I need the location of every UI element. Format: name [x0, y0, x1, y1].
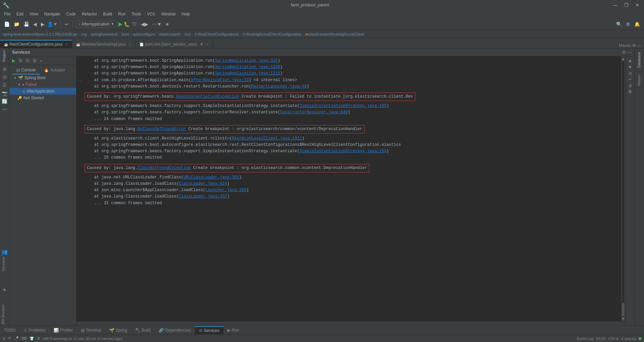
- link-restartlauncher[interactable]: RestartLauncher.java:49: [251, 84, 307, 89]
- breadcrumb-org[interactable]: org: [81, 32, 87, 36]
- breadcrumb-jar[interactable]: spring-boot-autoconfigure-2.2.1.RELEASE.…: [3, 32, 77, 36]
- terminal-tab[interactable]: ▤ Terminal: [77, 327, 105, 334]
- link-simpleinst-185[interactable]: SimpleInstantiationStrategy.java:185: [300, 104, 386, 108]
- link-constructorresolver[interactable]: ConstructorResolver.java:640: [280, 110, 348, 115]
- link-resthighlevel-1911[interactable]: RestHighLevelClient.java:1911: [232, 136, 302, 141]
- tab-memberservice-close[interactable]: ✕: [128, 43, 131, 46]
- search-everywhere-button[interactable]: 🔍: [615, 21, 623, 27]
- menu-run[interactable]: Run: [115, 11, 128, 17]
- tab-pomxml[interactable]: 📄 pom.xml (farm_service_user) ▼ ✕: [136, 41, 213, 48]
- scroll-thumb[interactable]: [622, 303, 624, 316]
- breadcrumb-method[interactable]: elasticsearchRestHighLevelClient: [309, 32, 364, 36]
- link-springapp-1215[interactable]: SpringApplication.java:1215: [215, 71, 280, 76]
- expand-btn-1[interactable]: ▸: [79, 77, 85, 83]
- console-vertical-scrollbar[interactable]: ▲ ▼: [621, 56, 625, 321]
- services-grid-button[interactable]: ⊞: [32, 57, 38, 64]
- tab-restclient-close[interactable]: ✕: [65, 43, 68, 46]
- jpa-structure-button[interactable]: JPA Structure: [0, 304, 9, 325]
- link-classloader-357[interactable]: ClassLoader.java:357: [179, 194, 227, 199]
- line-col-indicator[interactable]: 83:29: [596, 337, 605, 341]
- todo-left-button[interactable]: ☰: [0, 81, 9, 89]
- breadcrumb-resthighlevel-config[interactable]: RestHighLevelClientConfiguration: [246, 32, 302, 36]
- breadcrumb-elasticsearch[interactable]: elasticsearch: [159, 32, 180, 36]
- menu-edit[interactable]: Edit: [14, 11, 26, 17]
- tab-pom-dropdown[interactable]: ▼: [200, 42, 204, 46]
- menu-code[interactable]: Code: [63, 11, 78, 17]
- build-tab[interactable]: 🔨 Build: [131, 327, 155, 334]
- user-icon[interactable]: 👤▼: [47, 21, 58, 27]
- save-all-button[interactable]: 💾: [22, 21, 31, 27]
- scope-button[interactable]: ⦿: [0, 73, 9, 81]
- notifications-button[interactable]: 🔔: [633, 21, 641, 27]
- tab-minimize-icon[interactable]: —: [637, 43, 641, 48]
- console-wrap-button[interactable]: ↵: [629, 77, 632, 82]
- scroll-down-button[interactable]: ▼: [622, 317, 625, 321]
- back-button[interactable]: ◀: [32, 21, 38, 27]
- tree-item-afterapplication[interactable]: ● AfterApplication: [9, 88, 76, 95]
- run-button[interactable]: ▶: [118, 21, 122, 27]
- spring-tab[interactable]: 🌱 Spring: [105, 327, 131, 334]
- link-launcher-338[interactable]: Launcher.java:338: [205, 188, 246, 192]
- console-down-button[interactable]: ▼: [628, 64, 633, 70]
- database-panel-button[interactable]: Database: [635, 48, 644, 71]
- console-filter-button[interactable]: ⊟: [629, 71, 632, 76]
- console-clear-button[interactable]: 🗑: [628, 89, 632, 94]
- menu-view[interactable]: View: [27, 11, 41, 17]
- indent-indicator[interactable]: 4 spaces: [621, 337, 636, 341]
- tab-restclientconfigurations[interactable]: ☕ RestClientConfigurations.java ✕: [0, 40, 72, 48]
- minimize-button[interactable]: —: [611, 2, 620, 8]
- open-button[interactable]: 📁: [12, 21, 21, 27]
- coverage-button[interactable]: 🛡: [131, 21, 138, 27]
- debug-button[interactable]: 🐛: [124, 21, 129, 27]
- tab-pom-close[interactable]: ✕: [206, 43, 209, 46]
- new-file-button[interactable]: 📄: [3, 21, 11, 27]
- menu-tools[interactable]: Tools: [129, 11, 144, 17]
- breadcrumb-springframework[interactable]: springframework: [91, 32, 118, 36]
- menu-refactor[interactable]: Refactor: [79, 11, 100, 17]
- run-tab[interactable]: ▶ Run: [223, 327, 243, 334]
- actuator-tab[interactable]: 🔥 Actuator: [40, 66, 69, 74]
- services-ungroup-button[interactable]: ⊟: [24, 57, 31, 64]
- profile-button[interactable]: ◀▶: [140, 21, 150, 27]
- menu-help[interactable]: Help: [179, 11, 193, 17]
- maven-label[interactable]: Maven: [619, 43, 631, 48]
- link-springapp-1226[interactable]: SpringApplication.java:1226: [215, 65, 280, 69]
- menu-file[interactable]: File: [1, 11, 13, 17]
- services-regroup-button[interactable]: ⊞: [17, 57, 24, 64]
- services-bottom-tab[interactable]: ⚙ Services: [195, 326, 223, 334]
- scroll-up-button[interactable]: ▲: [622, 57, 625, 61]
- revert-button[interactable]: ↩: [63, 21, 70, 27]
- structure-tab-button[interactable]: ⊞: [0, 65, 9, 73]
- problems-tab[interactable]: ⚠ Problems: [19, 327, 50, 334]
- run-config-dropdown-arrow[interactable]: ▼: [111, 22, 114, 26]
- signout-button[interactable]: ↩: [0, 105, 9, 113]
- tree-item-failed[interactable]: ▼ ● Failed: [9, 81, 76, 88]
- encoding-indicator[interactable]: UTF-8: [608, 337, 619, 341]
- services-run-button[interactable]: ▶: [11, 57, 17, 64]
- people-button[interactable]: 👥: [0, 248, 9, 256]
- breadcrumb-boot[interactable]: boot: [122, 32, 129, 36]
- structure-side-button[interactable]: Structure: [0, 256, 9, 272]
- breadcrumb-restclientconfigs[interactable]: RestClientConfigurations: [198, 32, 239, 36]
- services-minimize-icon[interactable]: —: [628, 50, 632, 55]
- favorites-button[interactable]: ★: [0, 286, 9, 294]
- services-gear-icon[interactable]: ⚙: [622, 50, 626, 55]
- link-urlclassloader[interactable]: URLClassLoader.java:381: [183, 175, 239, 180]
- maximize-button[interactable]: ❐: [622, 2, 631, 8]
- tree-item-notstarted[interactable]: 🔑 Not Started: [9, 95, 76, 101]
- link-simpleinst-154[interactable]: SimpleInstantiationStrategy.java:154: [300, 149, 386, 154]
- menu-build[interactable]: Build: [100, 11, 115, 17]
- more-run-button[interactable]: ⋯▼: [151, 21, 163, 27]
- breadcrumb-autoconfigure[interactable]: autoconfigure: [133, 32, 155, 36]
- breadcrumb-rest[interactable]: rest: [184, 32, 191, 36]
- profiler-tab[interactable]: 📊 Profiler: [50, 327, 77, 334]
- link-classloader-424[interactable]: ClassLoader.java:424: [179, 181, 227, 186]
- link-springapp-315[interactable]: SpringApplication.java:315: [215, 58, 278, 63]
- link-beaninstantiation[interactable]: BeanInstantiationException: [176, 94, 239, 99]
- console-print-button[interactable]: 🖨: [628, 83, 632, 88]
- menu-window[interactable]: Window: [159, 11, 178, 17]
- forward-button[interactable]: ▶: [40, 21, 46, 27]
- link-noclassdef[interactable]: NoClassDefFoundError: [138, 127, 186, 131]
- link-afterapp-23[interactable]: AfterApplication.java:23: [191, 78, 249, 82]
- camera-button[interactable]: 📷: [0, 89, 9, 97]
